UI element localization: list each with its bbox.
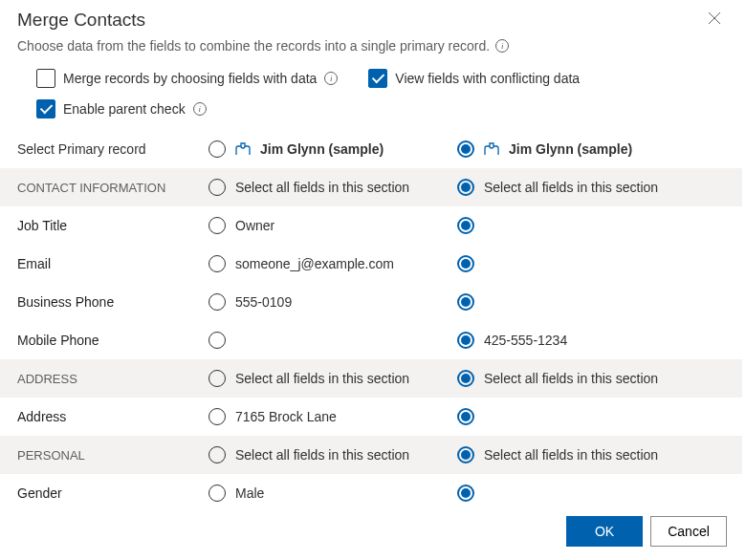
radio[interactable]	[208, 217, 226, 234]
radio[interactable]	[457, 408, 474, 425]
radio[interactable]	[208, 293, 226, 311]
ok-button[interactable]: OK	[566, 516, 643, 547]
radio[interactable]	[457, 370, 474, 387]
radio[interactable]	[208, 255, 226, 272]
field-value-1[interactable]: Owner	[191, 206, 440, 245]
checkbox-icon	[36, 69, 55, 88]
checkbox-label: Enable parent check	[63, 101, 186, 117]
merge-contacts-dialog: Merge Contacts Choose data from the fiel…	[0, 0, 746, 560]
contact-icon	[235, 141, 251, 157]
field-value-2[interactable]	[440, 398, 742, 436]
checkbox-enable-parent-check[interactable]: Enable parent check i	[36, 99, 729, 118]
subtitle-text: Choose data from the fields to combine t…	[17, 38, 490, 54]
primary-record-label: Select Primary record	[0, 130, 191, 168]
field-value-2[interactable]	[440, 283, 742, 321]
record-name: Jim Glynn (sample)	[260, 141, 384, 157]
cancel-button[interactable]: Cancel	[650, 516, 727, 547]
radio-primary-2[interactable]	[457, 140, 474, 158]
radio[interactable]	[457, 179, 474, 196]
field-label: Email	[0, 245, 191, 283]
field-value-1[interactable]	[191, 321, 440, 359]
checkbox-label: View fields with conflicting data	[395, 71, 580, 86]
value-text: Male	[235, 485, 264, 501]
field-value-2[interactable]: 425-555-1234	[440, 321, 742, 359]
primary-record-2[interactable]: Jim Glynn (sample)	[440, 130, 742, 168]
section-header: PERSONAL	[0, 436, 191, 474]
section-select-all-1[interactable]: Select all fields in this section	[191, 436, 440, 474]
dialog-subtitle: Choose data from the fields to combine t…	[0, 34, 746, 63]
dialog-footer: OK Cancel	[0, 505, 746, 560]
field-label: Address	[0, 398, 191, 436]
checkbox-icon	[368, 69, 387, 88]
select-all-label: Select all fields in this section	[484, 447, 658, 463]
value-text: someone_j@example.com	[235, 256, 394, 271]
info-icon[interactable]: i	[324, 72, 338, 85]
checkbox-icon	[36, 99, 55, 118]
radio[interactable]	[457, 332, 474, 349]
section-select-all-2[interactable]: Select all fields in this section	[440, 359, 742, 398]
close-button[interactable]	[702, 10, 727, 30]
contact-icon	[484, 141, 499, 157]
close-icon	[708, 11, 721, 25]
value-text: Owner	[235, 218, 274, 233]
radio[interactable]	[457, 293, 474, 311]
field-label: Mobile Phone	[0, 321, 191, 359]
field-value-1[interactable]: 7165 Brock Lane	[191, 398, 440, 436]
select-all-label: Select all fields in this section	[484, 180, 658, 195]
radio[interactable]	[457, 217, 474, 234]
record-name: Jim Glynn (sample)	[509, 141, 632, 157]
field-value-2[interactable]	[440, 245, 742, 283]
select-all-label: Select all fields in this section	[484, 371, 658, 386]
field-value-2[interactable]	[440, 474, 742, 505]
dialog-header: Merge Contacts	[0, 0, 746, 34]
value-text: 425-555-1234	[484, 333, 567, 348]
radio[interactable]	[208, 485, 226, 502]
field-value-1[interactable]: Male	[191, 474, 440, 505]
radio[interactable]	[208, 332, 226, 349]
section-header: CONTACT INFORMATION	[0, 168, 191, 206]
checkbox-merge-by-data[interactable]: Merge records by choosing fields with da…	[36, 69, 338, 88]
primary-record-1[interactable]: Jim Glynn (sample)	[191, 130, 440, 168]
field-value-2[interactable]	[440, 206, 742, 245]
checkbox-label: Merge records by choosing fields with da…	[63, 71, 317, 86]
field-label: Job Title	[0, 206, 191, 245]
radio[interactable]	[457, 446, 474, 463]
section-header: ADDRESS	[0, 359, 191, 398]
radio-primary-1[interactable]	[208, 140, 226, 158]
section-select-all-1[interactable]: Select all fields in this section	[191, 168, 440, 206]
radio[interactable]	[208, 179, 226, 196]
section-select-all-2[interactable]: Select all fields in this section	[440, 436, 742, 474]
field-label: Gender	[0, 474, 191, 505]
radio[interactable]	[457, 485, 474, 502]
select-all-label: Select all fields in this section	[235, 447, 409, 463]
radio[interactable]	[208, 446, 226, 463]
radio[interactable]	[457, 255, 474, 272]
field-label: Business Phone	[0, 283, 191, 321]
value-text: 7165 Brock Lane	[235, 409, 337, 424]
info-icon[interactable]: i	[495, 39, 509, 53]
checkbox-view-conflicts[interactable]: View fields with conflicting data	[368, 69, 580, 88]
field-value-1[interactable]: someone_j@example.com	[191, 245, 440, 283]
select-all-label: Select all fields in this section	[235, 180, 409, 195]
value-text: 555-0109	[235, 294, 292, 310]
field-grid: Select Primary record Jim Glynn (sample)…	[0, 130, 742, 505]
options-area: Merge records by choosing fields with da…	[0, 63, 746, 130]
radio[interactable]	[208, 408, 226, 425]
section-select-all-1[interactable]: Select all fields in this section	[191, 359, 440, 398]
radio[interactable]	[208, 370, 226, 387]
field-value-1[interactable]: 555-0109	[191, 283, 440, 321]
field-grid-scroll[interactable]: Select Primary record Jim Glynn (sample)…	[0, 130, 742, 505]
dialog-title: Merge Contacts	[17, 10, 145, 31]
select-all-label: Select all fields in this section	[235, 371, 409, 386]
section-select-all-2[interactable]: Select all fields in this section	[440, 168, 742, 206]
info-icon[interactable]: i	[193, 102, 207, 116]
